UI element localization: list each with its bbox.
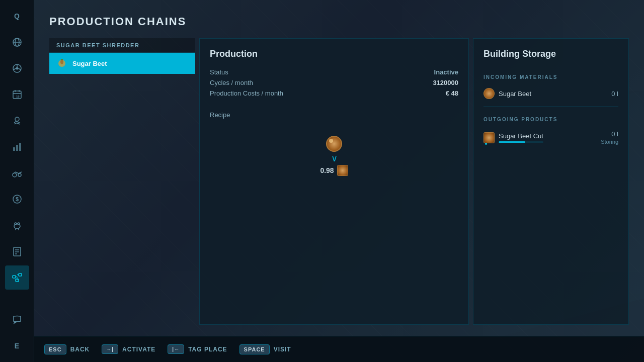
- storage-item-cut-left: Sugar Beet Cut: [484, 132, 543, 143]
- hotkey-esc: ESC BACK: [44, 344, 90, 354]
- bottom-bar: ESC BACK →| ACTIVATE |← TAG PLACE SPACE …: [34, 336, 644, 362]
- page-title: PRODUCTION CHAINS: [49, 15, 629, 28]
- storage-panel: Building Storage INCOMING MATERIALS Suga…: [473, 38, 629, 325]
- sidebar-item-statistics[interactable]: [5, 135, 29, 159]
- svg-line-7: [18, 68, 21, 70]
- outgoing-right: 0 l Storing: [601, 130, 618, 145]
- stat-value-status: Inactive: [434, 68, 458, 76]
- svg-rect-14: [13, 147, 15, 151]
- stat-label-cycles: Cycles / month: [210, 79, 253, 86]
- sidebar-item-e[interactable]: E: [5, 334, 29, 358]
- sidebar-item-animals[interactable]: [5, 213, 29, 237]
- svg-rect-15: [16, 145, 18, 151]
- svg-text:15: 15: [16, 95, 20, 98]
- stat-row-cycles: Cycles / month 3120000: [210, 79, 458, 86]
- production-title: Production: [210, 49, 458, 59]
- sidebar-item-production-chains[interactable]: [5, 265, 29, 290]
- recipe-label: Recipe: [210, 111, 458, 119]
- svg-rect-30: [13, 276, 16, 278]
- chain-item-sugar-beet[interactable]: Sugar Beet: [49, 53, 195, 74]
- stat-value-cycles: 3120000: [433, 79, 458, 86]
- recipe-section: Recipe ∨ 0.98: [210, 111, 458, 186]
- hotkey-badge-visit: SPACE: [239, 344, 270, 354]
- sidebar-item-calendar[interactable]: 15: [5, 82, 29, 107]
- hotkey-badge-esc: ESC: [44, 344, 66, 354]
- hotkey-label-back: BACK: [70, 346, 90, 353]
- storage-title: Building Storage: [484, 49, 618, 59]
- chains-header: SUGAR BEET SHREDDER: [49, 38, 195, 53]
- recipe-output: 0.98: [320, 165, 348, 176]
- svg-rect-16: [19, 143, 21, 151]
- recipe-ingredient: ∨: [326, 136, 342, 163]
- item-icon-cut: [484, 132, 495, 143]
- sidebar-item-globe[interactable]: [5, 30, 29, 54]
- hotkey-badge-activate: →|: [102, 344, 118, 354]
- outgoing-item-amount: 0 l: [601, 130, 618, 138]
- hotkey-visit: SPACE VISIT: [239, 344, 291, 354]
- svg-point-18: [18, 173, 21, 176]
- incoming-header: INCOMING MATERIALS: [484, 74, 618, 80]
- main-content: PRODUCTION CHAINS SUGAR BEET SHREDDER Su…: [34, 0, 644, 362]
- storage-item-left: Sugar Beet: [484, 88, 531, 99]
- storage-item-sugar-beet: Sugar Beet 0 l: [484, 85, 618, 102]
- ingredient-icon-beet: [326, 136, 342, 152]
- sidebar: Q 15 $ E: [0, 0, 34, 362]
- stat-label-status: Status: [210, 68, 228, 76]
- hotkey-label-visit: VISIT: [274, 346, 291, 353]
- sidebar-item-q[interactable]: Q: [5, 4, 29, 28]
- recipe-output-value: 0.98: [320, 166, 334, 174]
- outgoing-item-info: Sugar Beet Cut: [499, 132, 543, 143]
- production-stats: Status Inactive Cycles / month 3120000 P…: [210, 68, 458, 97]
- arrow-down-icon: ∨: [331, 154, 338, 163]
- svg-line-6: [13, 68, 16, 70]
- svg-text:$: $: [16, 196, 19, 202]
- incoming-item-name: Sugar Beet: [499, 90, 531, 98]
- hotkey-tag: |← TAG PLACE: [168, 344, 227, 354]
- sidebar-item-contracts[interactable]: [5, 239, 29, 263]
- item-icon-sugar-beet: [484, 88, 495, 99]
- hotkey-label-activate: ACTIVATE: [122, 346, 155, 353]
- chain-item-label: Sugar Beet: [72, 60, 107, 67]
- chains-panel: SUGAR BEET SHREDDER Sugar Beet: [49, 38, 195, 325]
- stat-row-status: Status Inactive: [210, 68, 458, 76]
- recipe-visual: ∨ 0.98: [210, 126, 458, 186]
- sidebar-item-weather[interactable]: [5, 109, 29, 133]
- outgoing-item-name: Sugar Beet Cut: [499, 132, 543, 140]
- svg-point-13: [15, 117, 19, 121]
- divider: [484, 106, 618, 107]
- recipe-output-icon: [337, 165, 348, 176]
- stat-label-costs: Production Costs / month: [210, 89, 283, 97]
- sidebar-item-steering[interactable]: [5, 56, 29, 80]
- hotkey-label-tag: TAG PLACE: [188, 346, 227, 353]
- hotkey-activate: →| ACTIVATE: [102, 344, 155, 354]
- svg-rect-32: [19, 274, 22, 276]
- stat-value-costs: € 48: [446, 89, 458, 97]
- production-panel: Production Status Inactive Cycles / mont…: [199, 38, 469, 325]
- storage-item-cut: Sugar Beet Cut 0 l Storing: [484, 127, 618, 148]
- svg-point-4: [16, 67, 18, 70]
- stat-row-costs: Production Costs / month € 48: [210, 89, 458, 97]
- item-progress-fill: [499, 141, 525, 143]
- sidebar-item-feedback[interactable]: [5, 308, 29, 332]
- sidebar-item-farming[interactable]: [5, 161, 29, 185]
- outgoing-header: OUTGOING PRODUCTS: [484, 117, 618, 122]
- hotkey-badge-tag: |←: [168, 344, 184, 354]
- content-grid: SUGAR BEET SHREDDER Sugar Beet Productio…: [49, 38, 629, 325]
- incoming-item-amount: 0 l: [611, 90, 618, 98]
- svg-point-37: [60, 59, 63, 64]
- storing-label: Storing: [601, 139, 618, 145]
- chain-item-icon: [56, 58, 67, 69]
- item-progress-bar: [499, 141, 543, 143]
- sidebar-item-economy[interactable]: $: [5, 187, 29, 211]
